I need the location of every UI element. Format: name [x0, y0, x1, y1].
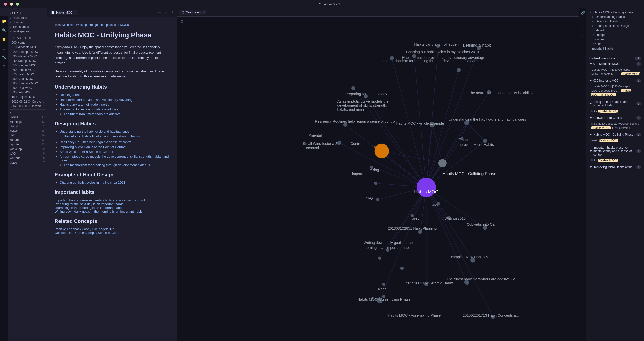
- link-journaling[interactable]: Journaling in the morning is an importan…: [55, 206, 122, 210]
- tab-close-button[interactable]: ✕: [74, 11, 76, 14]
- tag-item[interactable]: #AQ 8: [8, 151, 47, 156]
- sidebar-item-timestamps[interactable]: ▶ Timestamps: [8, 25, 47, 29]
- link-defining-habit[interactable]: Defining a habit: [60, 93, 82, 97]
- link-like-begets[interactable]: Like begets like: [92, 227, 114, 231]
- list-item[interactable]: 010 Mindsets MOC: [8, 45, 47, 50]
- graph-tab[interactable]: ⬡ Graph view ✕: [179, 10, 207, 15]
- sidebar-item-workspaces[interactable]: ▶ Workspaces: [8, 29, 47, 34]
- link-positive-feedback[interactable]: Positive Feedback Loop: [55, 227, 90, 231]
- link-icon[interactable]: 🔗: [580, 10, 586, 15]
- link-sense-control[interactable]: Sense of Control: [98, 231, 122, 235]
- outline-item[interactable]: ▼ Example of Habit Design: [586, 24, 644, 28]
- list-item[interactable]: 080 Goals MOC: [8, 77, 47, 81]
- tag-item[interactable]: #develop 9: [8, 147, 47, 151]
- list-item[interactable]: 060 People MOC: [8, 68, 47, 72]
- list-item[interactable]: 040 Writings MOC: [8, 59, 47, 63]
- sidebar-item-sources-section[interactable]: ▶ Sources: [8, 20, 47, 25]
- mention-group-header[interactable]: ▼ Being able to adapt is an important ha…: [586, 99, 644, 108]
- outline-item[interactable]: ▼ Understanding Habits: [586, 15, 644, 19]
- list-item[interactable]: 085 Compass MOC: [8, 81, 47, 86]
- link-preparing-next-day[interactable]: Preparing for the next day is an importa…: [55, 202, 123, 206]
- outline-item[interactable]: Sources: [586, 37, 644, 42]
- list-item[interactable]: 095 Lists MOC: [8, 90, 47, 95]
- tag-item[interactable]: #concept 32: [8, 120, 47, 124]
- tag-item[interactable]: #: [8, 111, 47, 115]
- link-atomic-habits[interactable]: How Atomic Habits fit into the conversat…: [64, 134, 140, 138]
- link-cobwebs[interactable]: Cobwebs into Cables: [55, 231, 86, 235]
- link-mindsets[interactable]: Mindsets: [62, 23, 74, 27]
- link-charting-habits[interactable]: Charting out habit cycles in my life cir…: [60, 181, 125, 184]
- tag-item[interactable]: #MOC 25: [8, 129, 47, 133]
- outline-item[interactable]: Concepts: [586, 33, 644, 37]
- link-mechanism-breaking[interactable]: The mechanism for breaking through devel…: [64, 163, 150, 167]
- plugin-icon[interactable]: 🔧: [1, 54, 7, 60]
- search-icon[interactable]: 🔍: [1, 27, 7, 33]
- link-habit-cycle[interactable]: Understanding the habit cycle and habitu…: [60, 130, 129, 133]
- settings-icon[interactable]: ⚙: [1, 63, 7, 69]
- sidebar-item-resources[interactable]: ▶ Resources: [8, 16, 47, 20]
- list-item[interactable]: 020 Concepts MOC: [8, 50, 47, 54]
- list-item[interactable]: 090 PKM MOC: [8, 86, 47, 90]
- sort-icon[interactable]: ↕: [581, 32, 584, 37]
- tag-item[interactable]: #PKM 47: [8, 115, 47, 120]
- outline-item[interactable]: Related: [586, 28, 644, 33]
- tag-item[interactable]: #habit 31: [8, 124, 47, 129]
- tag-item[interactable]: #output 8: [8, 156, 47, 160]
- svg-text:morning is an important habit: morning is an important habit: [364, 246, 411, 250]
- link-hidden-inertia[interactable]: Habits carry a ton of hidden inertia: [60, 103, 109, 106]
- list-item[interactable]: 2020-06-02 O- On the proc...: [8, 99, 47, 104]
- mention-group-header[interactable]: ▼ 030 Interests MOC 1: [586, 78, 644, 83]
- list-icon[interactable]: ☰: [581, 17, 585, 23]
- outline-item[interactable]: ▼ Designing Habits: [586, 19, 644, 24]
- link-mocs[interactable]: Walking through the 3 phases of MOCs: [76, 23, 129, 27]
- tag-item[interactable]: #quote 11: [8, 142, 47, 147]
- outline-item[interactable]: Other: [586, 42, 644, 46]
- list-item[interactable]: _START HERE: [8, 36, 47, 40]
- more-options-icon[interactable]: ⋮: [170, 10, 175, 15]
- link-improving-micro[interactable]: Improving Micro Habits at the Point of C…: [60, 145, 126, 149]
- link-neural-formation[interactable]: The neural formation of habits is additi…: [60, 107, 118, 111]
- outline-item[interactable]: ▼ Habits MOC - Unifying Phase: [586, 10, 644, 15]
- text-icon[interactable]: T: [581, 25, 585, 30]
- list-item[interactable]: 070 Health MOC: [8, 72, 47, 77]
- close-button[interactable]: [4, 3, 7, 6]
- minimize-button[interactable]: [10, 3, 13, 6]
- link-asymptotic-curve[interactable]: An asymptotic curve models the developme…: [60, 155, 169, 162]
- mention-group-header[interactable]: ▼ 010 Mindsets MOC 1: [586, 61, 644, 67]
- list-item[interactable]: 030 Interests MOC: [8, 54, 47, 59]
- list-item[interactable]: 2020-08-08 O- In what way...: [8, 104, 47, 108]
- list-item[interactable]: 100 Projects MOC: [8, 95, 47, 99]
- mention-group-title: ▼ 030 Interests MOC: [589, 79, 619, 82]
- mention-group-header[interactable]: ▼ Cobwebs into Cables 1: [586, 115, 644, 121]
- tag-item[interactable]: #source 13: [8, 138, 47, 142]
- mention-group-count: 1: [636, 79, 641, 82]
- star-icon[interactable]: ⭐: [1, 36, 7, 42]
- sub-list: How Atomic Habits fit into the conversat…: [64, 134, 169, 138]
- link-important-habits-clarity[interactable]: Important habits preserve mental clarity…: [55, 198, 145, 202]
- mention-group-header[interactable]: ▼ Habits MOC - Colliding Phase 1: [586, 132, 644, 137]
- related-concepts-links: Positive Feedback Loop, Like begets like…: [55, 227, 169, 235]
- link-writing-goals[interactable]: Writing down daily goals in the morning …: [55, 210, 142, 213]
- close-icon[interactable]: ✕: [164, 10, 169, 15]
- tag-item[interactable]: #fave 7: [8, 160, 47, 165]
- editor-tab-habits-moc[interactable]: 📄 Habits MOC ✕: [49, 10, 78, 15]
- edit-icon[interactable]: ✏: [157, 10, 163, 15]
- list-item: Charting out habit cycles in my life cir…: [60, 181, 169, 184]
- graph-settings-icon[interactable]: ⚙: [179, 19, 185, 24]
- outline-item[interactable]: Important Habits: [586, 46, 644, 51]
- link-resiliency-routines[interactable]: Resiliency Routines help regain a sense …: [60, 140, 132, 144]
- graph-close-button[interactable]: ✕: [203, 11, 205, 14]
- link-reps[interactable]: Reps: [88, 231, 95, 235]
- list-item[interactable]: 050 Sources MOC: [8, 63, 47, 68]
- list-item[interactable]: 000 Home: [8, 40, 47, 45]
- link-habit-formation[interactable]: Habit formation provides an evolutionary…: [60, 98, 134, 102]
- files-icon[interactable]: 📁: [1, 18, 7, 24]
- link-small-wins[interactable]: Small Wins foster a Sense of Control: [60, 150, 113, 154]
- maximize-button[interactable]: [16, 3, 19, 6]
- mention-group-header[interactable]: ▼ Important habits preserve mental clari…: [586, 145, 644, 157]
- file-tree: LYT Kit ▶ Resources ▶ Sources ▶ Timestam…: [8, 8, 47, 341]
- graph-icon[interactable]: ⬡: [1, 45, 6, 51]
- link-truest-metaphors[interactable]: The truest habit metaphors are additive: [64, 112, 120, 116]
- mention-group-header[interactable]: ▼ Improving Micro Habits at the... 1: [586, 164, 644, 170]
- tag-item[interactable]: #PD 14: [8, 133, 47, 138]
